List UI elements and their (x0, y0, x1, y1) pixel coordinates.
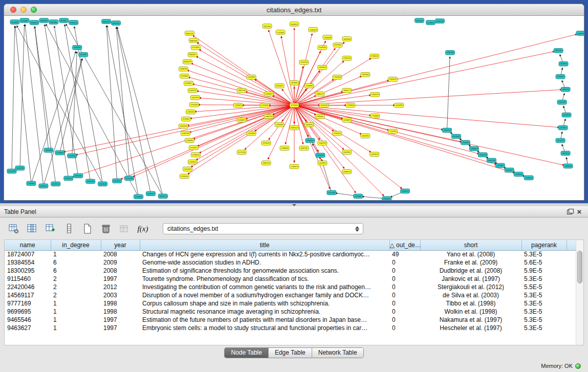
graph-node[interactable]: 16015234 (319, 103, 329, 107)
graph-node[interactable]: 10032456 (73, 46, 82, 50)
graph-node[interactable]: 10228912 (184, 81, 193, 85)
graph-node[interactable]: 12123789 (327, 190, 336, 194)
graph-node[interactable]: 12214891 (354, 194, 363, 198)
graph-node[interactable]: 12410345 (183, 167, 192, 171)
import-table-icon[interactable] (118, 222, 131, 235)
graph-node[interactable]: 11850456 (44, 148, 53, 152)
graph-node[interactable]: 10850345 (74, 173, 83, 178)
graph-node[interactable]: 14769678 (426, 20, 435, 25)
graph-node[interactable]: 9496789 (39, 18, 49, 23)
graph-node[interactable]: 11692456 (186, 110, 195, 114)
graph-node[interactable]: 16434567 (290, 22, 299, 26)
graph-node[interactable]: 14123912 (558, 125, 568, 129)
graph-node[interactable]: 12032678 (316, 153, 325, 157)
graph-node[interactable]: 12238123 (191, 152, 200, 157)
graph-node[interactable]: 10678123 (51, 182, 60, 186)
column-header-short[interactable]: short (420, 240, 521, 250)
network-canvas[interactable]: 9123456921456793056789496789958789196789… (4, 16, 584, 201)
column-header-year[interactable]: year (101, 240, 140, 250)
graph-node[interactable]: 13214912 (505, 168, 514, 172)
column-header-pagerank[interactable]: pagerank (521, 240, 567, 250)
graph-node[interactable]: 10941456 (86, 179, 95, 183)
graph-node[interactable]: 10587912 (39, 184, 48, 188)
graph-node[interactable]: 17240 (290, 103, 299, 107)
graph-node[interactable]: 17934567 (370, 54, 379, 58)
graph-node[interactable]: 12056891 (185, 138, 194, 142)
graph-node[interactable]: 12941678 (478, 152, 487, 157)
graph-node[interactable]: 10214678 (7, 169, 16, 173)
graph-node[interactable]: 11214789 (125, 176, 134, 180)
graph-node[interactable]: 10496891 (27, 181, 36, 185)
new-table-icon[interactable] (81, 222, 94, 235)
graph-node[interactable]: 17562348 (333, 75, 342, 79)
graph-node[interactable]: 15462378 (318, 141, 327, 145)
graph-node[interactable]: 11678234 (68, 154, 77, 158)
graph-node[interactable]: 13850678 (561, 87, 570, 92)
table-row[interactable]: 2242004622012Investigating the contribut… (5, 283, 576, 291)
graph-node[interactable]: 13587345 (554, 49, 563, 53)
function-builder-icon[interactable]: f(x) (136, 222, 149, 235)
graph-node[interactable]: 9591234 (185, 31, 194, 35)
graph-node[interactable]: 18234567 (275, 84, 284, 88)
collapse-panel-icon[interactable] (292, 204, 296, 206)
graph-node[interactable]: 15923456 (361, 73, 370, 77)
table-row[interactable]: 969969511998Structural magnetic resonanc… (5, 308, 576, 316)
graph-node[interactable]: 17698345 (280, 146, 289, 150)
graph-node[interactable]: 11783567 (181, 117, 190, 121)
graph-node[interactable]: 17845623 (333, 131, 342, 135)
graph-node[interactable]: 17456289 (304, 84, 314, 88)
graph-node[interactable]: 11501345 (189, 102, 199, 106)
graph-node[interactable]: 15678432 (290, 81, 299, 85)
graph-node[interactable]: 16543287 (264, 92, 273, 96)
graph-node[interactable]: 9941345 (112, 21, 121, 25)
graph-node[interactable]: 12496123 (401, 189, 410, 193)
tab-edge-table[interactable]: Edge Table (268, 348, 312, 358)
float-panel-icon[interactable] (565, 208, 575, 216)
graph-node[interactable]: 15345678 (309, 28, 318, 32)
graph-node[interactable]: 13032789 (487, 158, 496, 162)
graph-node[interactable]: 16156789 (395, 103, 404, 107)
graph-node[interactable]: 15987234 (264, 114, 273, 118)
graph-node[interactable]: 12769456 (461, 140, 470, 144)
table-row[interactable]: 1830029562008Estimation of significance … (5, 267, 576, 275)
graph-node[interactable]: 15234876 (304, 122, 314, 126)
graph-node[interactable]: 14214123 (556, 138, 565, 142)
graph-node[interactable]: 16789345 (275, 122, 284, 126)
graph-node[interactable]: 17894561 (315, 114, 324, 118)
graph-node[interactable]: 9769123 (69, 20, 78, 25)
close-panel-icon[interactable]: × (575, 208, 584, 216)
graph-node[interactable]: 15234698 (247, 131, 256, 135)
graph-node[interactable]: 10410234 (190, 95, 200, 99)
graph-node[interactable]: 18756234 (262, 141, 271, 145)
graph-node[interactable]: 16789234 (318, 46, 327, 50)
table-row[interactable]: 946362711997Embryonic stem cells: a mode… (5, 324, 576, 332)
table-row[interactable]: 1872400712008Changes of HCN gene express… (5, 250, 576, 258)
table-row[interactable]: 977716911998Corpus callosum shape and si… (5, 299, 576, 308)
graph-node[interactable]: 10319123 (188, 88, 197, 92)
graph-node[interactable]: 16478912 (318, 161, 327, 165)
table-row[interactable]: 946554611997Estimation of the future num… (5, 316, 576, 324)
graph-node[interactable]: 18378912 (370, 152, 379, 156)
graph-node[interactable]: 14850789 (435, 19, 445, 23)
table-selector-dropdown[interactable]: citations_edges.txt (163, 223, 363, 234)
graph-node[interactable]: 18256791 (361, 134, 370, 138)
graph-node[interactable]: 16478523 (318, 65, 327, 70)
graph-node[interactable]: 11965789 (181, 131, 190, 135)
graph-node[interactable]: 10046789 (179, 67, 188, 71)
delete-table-icon[interactable] (99, 222, 113, 235)
table-scrollbar[interactable] (576, 240, 583, 345)
graph-node[interactable]: 13305123 (514, 172, 523, 176)
graph-node[interactable]: 9864567 (188, 53, 197, 57)
graph-node[interactable]: 10137891 (180, 74, 189, 78)
graph-node[interactable]: 9214567 (20, 18, 29, 23)
graph-node[interactable]: 12591456 (180, 174, 189, 178)
graph-node[interactable]: 9123456 (10, 20, 19, 24)
graph-node[interactable]: 14032891 (562, 113, 571, 117)
column-header-out-degree[interactable]: △ out_de… (389, 240, 420, 250)
graph-node[interactable]: 9955678 (183, 60, 192, 64)
graph-node[interactable]: 16823456 (342, 37, 352, 41)
graph-node[interactable]: 17145689 (371, 114, 380, 118)
graph-node[interactable]: 19256789 (323, 35, 332, 39)
panel-splitter[interactable] (0, 203, 588, 206)
graph-node[interactable]: 11032567 (98, 182, 107, 186)
